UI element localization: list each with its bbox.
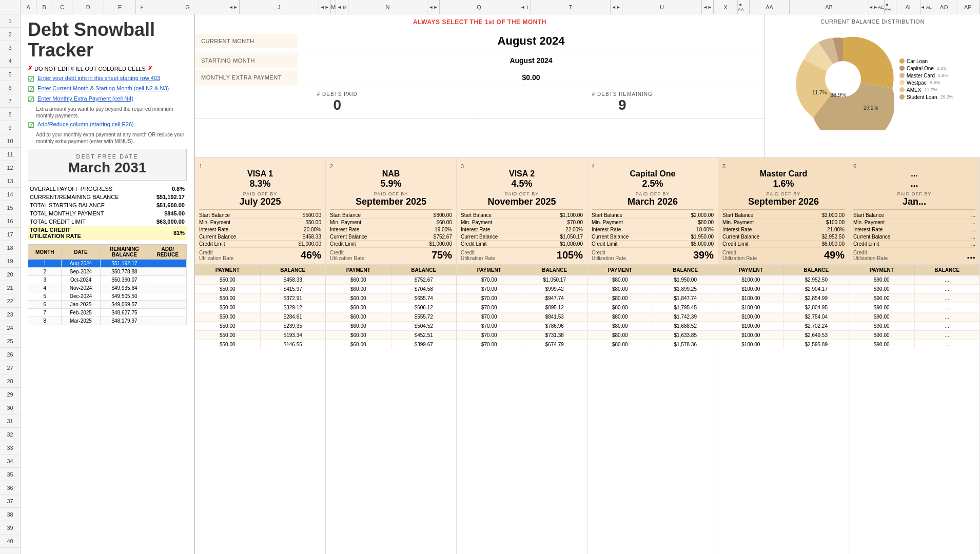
start-balance-row-2: Start Balance$1,100.00 [461, 212, 583, 219]
stats-table: OVERALL PAYOFF PROGRESS 0.8% CURRENT/REM… [28, 185, 187, 240]
instruction-sub-4: Add to your monthly extra payment at any… [36, 131, 187, 145]
balance-cell: $50,778.88 [100, 268, 149, 276]
row-35: 35 [0, 468, 20, 481]
total-starting-row: TOTAL STARTING BALANCE $51,600.00 [28, 201, 187, 209]
instruction-link-2[interactable]: Enter Current Month & Starting Month (ce… [37, 85, 169, 91]
payment-row-7: $80.00 $1,578.36 [587, 340, 718, 349]
card-rate-4: 1.6% [722, 179, 845, 189]
total-credit-row: TOTAL CREDIT LIMIT $63,000.00 [28, 217, 187, 226]
month-row-2[interactable]: 3 Oct-2024 $50,360.07 [28, 276, 187, 284]
pay-val-4-0: $100.00 [718, 275, 784, 284]
month-row-1[interactable]: 2 Sep-2024 $50,778.88 [28, 268, 187, 276]
balance-header-4: BALANCE [784, 265, 849, 275]
bal-val-3-5: $1,688.52 [653, 322, 718, 330]
add-cell[interactable] [149, 317, 187, 325]
monthly-extra-value: $0.00 [298, 69, 765, 86]
card-rate-3: 2.5% [592, 179, 714, 189]
month-table-header: MONTH DATE REMAININGBALANCE ADD/REDUCE [28, 245, 187, 260]
legend-dot-studentloan [899, 94, 905, 100]
bal-val-5-3: ... [915, 303, 980, 312]
month-row-0[interactable]: 1 Aug-2024 $51,192.17 [28, 260, 187, 268]
add-cell[interactable] [149, 309, 187, 317]
add-cell[interactable] [149, 284, 187, 292]
col-h: ◄► [227, 0, 239, 14]
date-cell: Aug-2024 [62, 260, 100, 268]
bal-val-2-1: $999.42 [522, 285, 587, 293]
payment-row-6: $70.00 $731.38 [457, 331, 587, 340]
pay-val-3-2: $80.00 [587, 294, 653, 303]
paid-off-date-5: Jan... [853, 196, 975, 207]
month-row-5[interactable]: 6 Jan-2025 $49,069.57 [28, 301, 187, 309]
date-cell: Sep-2024 [62, 268, 100, 276]
payment-table-3: PAYMENT BALANCE $80.00 $1,950.00 $80.00 … [587, 265, 718, 554]
instruction-3: ☑ Enter Monthly Extra Payment (cell N4) [28, 95, 187, 104]
row-31: 31 [0, 414, 20, 428]
pie-chart-svg: 38.9% 29.2% 11.7% [792, 28, 894, 130]
instruction-link-4[interactable]: Add/Reduce column (starting cell E26) [37, 121, 134, 127]
pay-val-1-2: $60.00 [326, 294, 391, 303]
pay-val-4-6: $100.00 [718, 331, 784, 340]
credit-limit-row-0: Credit Limit$1,000.00 [199, 241, 321, 248]
bal-val-4-4: $2,754.04 [784, 312, 849, 321]
bal-val-3-7: $1,578.36 [653, 340, 718, 349]
instruction-link-3[interactable]: Enter Monthly Extra Payment (cell N4) [37, 95, 133, 102]
pie-label-amex: 11.7% [812, 90, 827, 95]
bal-val-1-7: $399.67 [391, 340, 457, 349]
row-38: 38 [0, 508, 20, 521]
instruction-link-1[interactable]: Enter your debt info in this sheet start… [37, 75, 160, 81]
card-num-5: 6 [853, 163, 975, 169]
row-25: 25 [0, 334, 20, 348]
col-balance: REMAININGBALANCE [100, 245, 149, 260]
payment-header-3: PAYMENT [587, 265, 653, 275]
pay-val-5-7: $90.00 [849, 340, 915, 349]
spreadsheet-body: 1 2 3 4 5 6 7 8 9 10 11 12 13 14 15 16 1… [0, 14, 980, 554]
col-b: B [36, 0, 52, 14]
pay-val-5-1: $90.00 [849, 285, 915, 293]
bal-val-4-7: $2,595.89 [784, 340, 849, 349]
card-rate-5: ... [853, 179, 975, 189]
month-cell: 4 [28, 284, 62, 292]
payment-header-0: PAYMENT [195, 265, 261, 275]
month-row-3[interactable]: 4 Nov-2024 $49,935.64 [28, 284, 187, 292]
bal-val-2-6: $731.38 [522, 331, 587, 340]
bal-val-5-2: ... [915, 294, 980, 303]
payment-row-6: $90.00 ... [849, 331, 979, 340]
min-payment-row-3: Min. Payment$80.00 [592, 219, 714, 226]
month-row-7[interactable]: 8 Mar-2025 $48,179.97 [28, 317, 187, 325]
pay-val-5-5: $90.00 [849, 322, 915, 330]
bal-val-3-4: $1,742.39 [653, 312, 718, 321]
debt-free-label: DEBT FREE DATE [32, 153, 182, 160]
add-cell[interactable] [149, 260, 187, 268]
month-row-4[interactable]: 5 Dec-2024 $49,505.50 [28, 292, 187, 301]
interest-rate-row-1: Interest Rate19.00% [330, 226, 452, 233]
balance-cell: $48,179.97 [100, 317, 149, 325]
add-cell[interactable] [149, 268, 187, 276]
pie-area: CURRENT BALANCE DISTRIBUTION [765, 14, 980, 134]
col-ab: AB [790, 0, 869, 14]
bal-val-1-1: $704.58 [391, 285, 457, 293]
credit-limit-row-5: Credit Limit... [853, 241, 975, 248]
legend-capitalone: Capital One 3.8% [899, 66, 953, 71]
current-balance-row-0: Current Balance$458.33 [199, 233, 321, 241]
bal-val-4-3: $2,804.95 [784, 303, 849, 312]
date-cell: Dec-2024 [62, 292, 100, 301]
month-row-6[interactable]: 7 Feb-2025 $48,627.75 [28, 309, 187, 317]
add-cell[interactable] [149, 276, 187, 284]
add-cell[interactable] [149, 301, 187, 309]
card-rate-0: 8.3% [199, 179, 321, 189]
bal-val-1-6: $452.51 [391, 331, 457, 340]
start-balance-row-0: Start Balance$500.00 [199, 212, 321, 219]
add-cell[interactable] [149, 292, 187, 301]
payment-row-0: $80.00 $1,950.00 [587, 275, 718, 285]
card-rate-1: 5.9% [330, 179, 452, 189]
payment-row-0: $60.00 $752.67 [326, 275, 456, 285]
balance-header-0: BALANCE [261, 265, 326, 275]
pay-val-2-2: $70.00 [457, 294, 522, 303]
pie-label-studentloan: 29.2% [864, 105, 878, 111]
interest-rate-row-3: Interest Rate18.00% [592, 226, 714, 233]
card-name-0: VISA 1 [199, 169, 321, 179]
bal-val-5-7: ... [915, 340, 980, 349]
pie-legend: Car Loan Capital One 3.8% [899, 58, 953, 100]
current-balance-row: CURRENT/REMAINING BALANCE $51,192.17 [28, 193, 187, 201]
row-29: 29 [0, 388, 20, 401]
